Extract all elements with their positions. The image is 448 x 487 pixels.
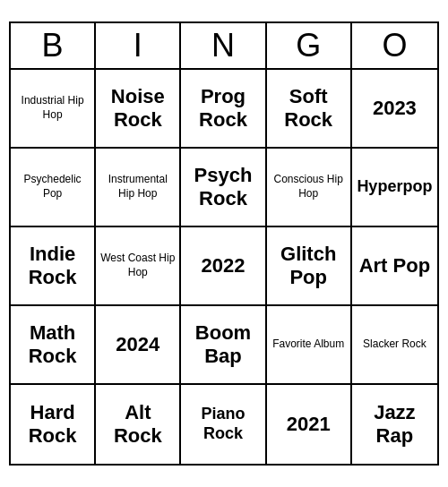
bingo-letter-B: B [11, 23, 96, 68]
bingo-cell-15[interactable]: Math Rock [11, 306, 96, 385]
bingo-cell-16[interactable]: 2024 [96, 306, 181, 385]
bingo-cell-10[interactable]: Indie Rock [11, 227, 96, 306]
bingo-cell-8[interactable]: Conscious Hip Hop [267, 149, 352, 227]
bingo-cell-19[interactable]: Slacker Rock [352, 306, 437, 385]
bingo-letter-I: I [96, 23, 181, 68]
bingo-cell-18[interactable]: Favorite Album [267, 306, 352, 385]
bingo-cell-13[interactable]: Glitch Pop [267, 227, 352, 306]
bingo-cell-2[interactable]: Prog Rock [181, 70, 266, 149]
bingo-cell-14[interactable]: Art Pop [352, 227, 437, 306]
bingo-cell-24[interactable]: Jazz Rap [352, 385, 437, 464]
bingo-header: BINGO [11, 23, 437, 70]
bingo-cell-7[interactable]: Psych Rock [181, 149, 266, 227]
bingo-letter-G: G [267, 23, 352, 68]
bingo-cell-9[interactable]: Hyperpop [352, 149, 437, 227]
bingo-cell-22[interactable]: Piano Rock [181, 385, 266, 464]
bingo-cell-21[interactable]: Alt Rock [96, 385, 181, 464]
bingo-cell-17[interactable]: Boom Bap [181, 306, 266, 385]
bingo-cell-11[interactable]: West Coast Hip Hop [96, 227, 181, 306]
bingo-cell-4[interactable]: 2023 [352, 70, 437, 149]
bingo-cell-5[interactable]: Psychedelic Pop [11, 149, 96, 227]
bingo-letter-N: N [181, 23, 266, 68]
bingo-cell-0[interactable]: Industrial Hip Hop [11, 70, 96, 149]
bingo-cell-1[interactable]: Noise Rock [96, 70, 181, 149]
bingo-cell-20[interactable]: Hard Rock [11, 385, 96, 464]
bingo-letter-O: O [352, 23, 437, 68]
bingo-cell-3[interactable]: Soft Rock [267, 70, 352, 149]
bingo-grid: Industrial Hip HopNoise RockProg RockSof… [11, 70, 437, 464]
bingo-cell-6[interactable]: Instrumental Hip Hop [96, 149, 181, 227]
bingo-cell-23[interactable]: 2021 [267, 385, 352, 464]
bingo-cell-12[interactable]: 2022 [181, 227, 266, 306]
bingo-card: BINGO Industrial Hip HopNoise RockProg R… [9, 21, 439, 466]
